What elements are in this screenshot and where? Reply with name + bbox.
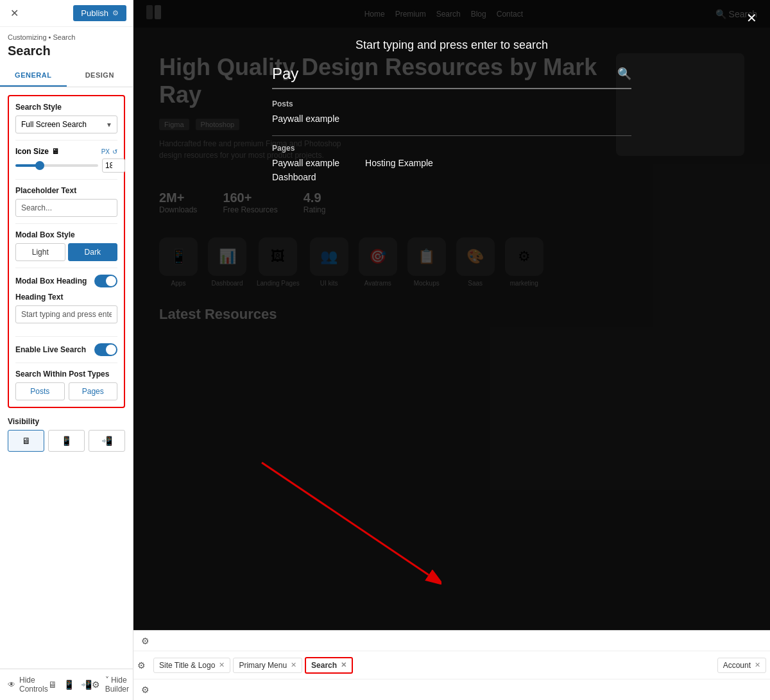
- bottom-tablet-icon[interactable]: 📱: [64, 679, 74, 690]
- post-type-posts-button[interactable]: Posts: [15, 382, 65, 400]
- pages-results-list: Paywall example Dashboard Hosting Exampl…: [272, 158, 631, 186]
- search-style-select-wrapper: Full Screen Search Inline Search Overlay…: [15, 115, 117, 133]
- sidebar-top-bar: ✕ Publish ⚙: [0, 0, 133, 27]
- modal-box-heading-row: Modal Box Heading: [15, 275, 117, 287]
- placeholder-text-input[interactable]: [15, 199, 117, 217]
- page-result-3[interactable]: Dashboard: [272, 172, 339, 182]
- visibility-desktop-button[interactable]: 🖥: [8, 430, 44, 452]
- chip-account-close[interactable]: ✕: [755, 661, 760, 669]
- icon-size-slider[interactable]: [15, 164, 98, 167]
- live-search-toggle[interactable]: [94, 343, 117, 356]
- post-types-row: Posts Pages: [15, 382, 117, 400]
- chip-search-label: Search: [311, 661, 337, 670]
- publish-button[interactable]: Publish ⚙: [73, 5, 126, 21]
- hide-controls-button[interactable]: 👁 Hide Controls: [8, 676, 48, 694]
- posts-category-label: Posts: [272, 99, 631, 108]
- posts-results: Posts Paywall example: [272, 99, 631, 136]
- search-submit-icon[interactable]: 🔍: [617, 67, 631, 81]
- device-icons: 🖥 📱 📲: [48, 679, 92, 690]
- live-search-label: Enable Live Search: [15, 345, 86, 354]
- main-content: Home Premium Search Blog Contact 🔍 Searc…: [133, 0, 770, 700]
- search-settings-box: Search Style Full Screen Search Inline S…: [8, 95, 125, 408]
- live-search-row: Enable Live Search: [15, 343, 117, 356]
- pages-col-left: Paywall example Dashboard: [272, 158, 339, 186]
- search-modal-input[interactable]: [272, 65, 617, 83]
- chip-account-label: Account: [723, 661, 751, 670]
- close-button[interactable]: ✕: [6, 6, 22, 21]
- search-box: 🔍 Posts Paywall example Pages Paywall ex…: [272, 65, 631, 186]
- chip-primary-menu[interactable]: Primary Menu ✕: [233, 658, 302, 673]
- modal-style-dark-button[interactable]: Dark: [68, 243, 118, 261]
- post-type-pages-button[interactable]: Pages: [69, 382, 118, 400]
- chip-account[interactable]: Account ✕: [717, 658, 766, 673]
- icon-size-label: Icon Size 🖥: [15, 147, 59, 156]
- visibility-label: Visibility: [8, 417, 125, 426]
- website-preview: Home Premium Search Blog Contact 🔍 Searc…: [133, 0, 770, 700]
- sidebar: ✕ Publish ⚙ Customizing • Search Search …: [0, 0, 133, 700]
- builder-row-top: ⚙: [133, 631, 770, 651]
- chip-site-title-close[interactable]: ✕: [219, 661, 225, 669]
- builder-bot-settings-icon[interactable]: ⚙: [141, 685, 150, 695]
- bottom-right-controls: ⚙ ˅ Hide Builder: [92, 676, 129, 694]
- modal-box-heading-label: Modal Box Heading: [15, 277, 87, 286]
- modal-close-button[interactable]: ✕: [746, 10, 757, 26]
- chip-primary-menu-close[interactable]: ✕: [291, 661, 296, 669]
- sidebar-bottom: 👁 Hide Controls 🖥 📱 📲 ⚙ ˅ Hide Builder: [0, 669, 133, 700]
- icon-size-number[interactable]: [102, 158, 125, 173]
- modal-style-toggle: Light Dark: [15, 243, 117, 261]
- builder-row-bot: ⚙: [133, 679, 770, 700]
- post-types-label: Search Within Post Types: [15, 370, 117, 379]
- builder-settings-icon[interactable]: ⚙: [141, 636, 150, 646]
- chip-site-title-label: Site Title & Logo: [159, 661, 215, 670]
- hide-controls-label: Hide Controls: [19, 676, 48, 694]
- eye-icon: 👁: [8, 680, 15, 689]
- icon-size-row: Icon Size 🖥 PX ↺: [15, 147, 117, 156]
- heading-text-label: Heading Text: [15, 293, 117, 302]
- builder-bar: ⚙ ⚙ Site Title & Logo ✕ Primary Menu ✕ S…: [133, 630, 770, 700]
- publish-gear-icon: ⚙: [112, 9, 119, 17]
- chip-site-title[interactable]: Site Title & Logo ✕: [153, 658, 230, 673]
- search-style-label: Search Style: [15, 103, 117, 112]
- sidebar-content: Search Style Full Screen Search Inline S…: [0, 87, 133, 669]
- chip-primary-menu-label: Primary Menu: [239, 661, 287, 670]
- builder-mid-settings-icon[interactable]: ⚙: [137, 660, 146, 670]
- chip-search-close[interactable]: ✕: [341, 661, 346, 669]
- modal-style-light-button[interactable]: Light: [15, 243, 65, 261]
- builder-row-mid: ⚙ Site Title & Logo ✕ Primary Menu ✕ Sea…: [133, 651, 770, 679]
- page-result-1[interactable]: Paywall example: [272, 158, 339, 168]
- placeholder-text-label: Placeholder Text: [15, 186, 117, 195]
- visibility-section: Visibility 🖥 📱 📲: [8, 417, 125, 452]
- visibility-tablet-button[interactable]: 📱: [48, 430, 85, 452]
- hide-builder-label[interactable]: ˅ Hide Builder: [105, 676, 129, 694]
- visibility-buttons: 🖥 📱 📲: [8, 430, 125, 452]
- heading-text-input[interactable]: [15, 305, 117, 323]
- px-unit-label: PX: [101, 148, 110, 155]
- tab-design[interactable]: DESIGN: [67, 65, 133, 87]
- modal-box-heading-toggle[interactable]: [94, 275, 117, 287]
- visibility-mobile-button[interactable]: 📲: [89, 430, 125, 452]
- tab-general[interactable]: GENERAL: [0, 65, 67, 87]
- modal-box-style-label: Modal Box Style: [15, 230, 117, 239]
- bottom-desktop-icon[interactable]: 🖥: [48, 679, 57, 690]
- page-title: Search: [0, 42, 133, 65]
- pages-category-label: Pages: [272, 144, 631, 153]
- icon-size-slider-row: [15, 158, 117, 173]
- publish-label: Publish: [81, 8, 108, 18]
- breadcrumb: Customizing • Search: [0, 27, 133, 42]
- post-result-1[interactable]: Paywall example: [272, 114, 631, 124]
- monitor-icon: 🖥: [51, 147, 59, 156]
- tab-bar: GENERAL DESIGN: [0, 65, 133, 87]
- icon-size-controls: PX ↺: [101, 148, 117, 155]
- bottom-mobile-icon[interactable]: 📲: [81, 679, 92, 690]
- modal-heading: Start typing and press enter to search: [355, 38, 548, 52]
- search-input-row: 🔍: [272, 65, 631, 89]
- search-style-select[interactable]: Full Screen Search Inline Search Overlay…: [15, 115, 117, 133]
- pages-results: Pages Paywall example Dashboard Hosting …: [272, 144, 631, 186]
- settings-gear-icon[interactable]: ⚙: [92, 679, 100, 690]
- chip-search[interactable]: Search ✕: [305, 657, 353, 674]
- pages-col-right: Hosting Example: [365, 158, 433, 186]
- search-modal-overlay: ✕ Start typing and press enter to search…: [133, 0, 770, 700]
- page-result-2[interactable]: Hosting Example: [365, 158, 433, 168]
- refresh-icon[interactable]: ↺: [112, 148, 117, 155]
